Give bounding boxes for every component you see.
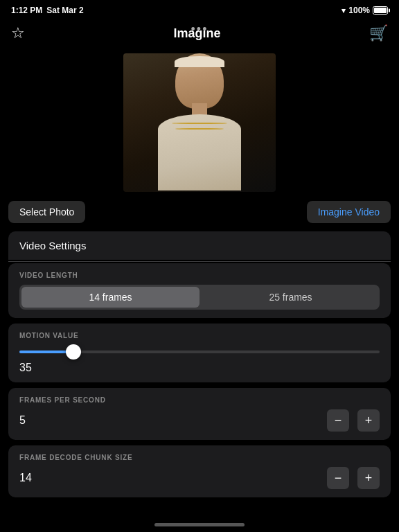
star-icon[interactable]: ☆ — [11, 26, 25, 41]
status-bar: 1:12 PM Sat Mar 2 ▾ 100% — [0, 0, 399, 19]
headband — [175, 56, 224, 67]
wifi-icon: ▾ — [342, 6, 346, 15]
fps-value: 5 — [19, 414, 26, 427]
fps-decrement-button[interactable]: − — [327, 409, 349, 432]
select-photo-button[interactable]: Select Photo — [8, 201, 85, 223]
nav-dots-icon[interactable]: ••• — [191, 22, 209, 37]
chunk-size-stepper-controls: − + — [327, 467, 380, 489]
battery-percent: 100% — [348, 6, 370, 15]
chunk-size-increment-button[interactable]: + — [357, 467, 380, 489]
video-length-label: VIDEO LENGTH — [19, 272, 380, 279]
chunk-size-decrement-button[interactable]: − — [327, 467, 349, 489]
cart-icon[interactable]: 🛒 — [369, 24, 388, 42]
action-row: Select Photo Imagine Video — [0, 201, 399, 223]
video-length-group: VIDEO LENGTH 14 frames 25 frames — [8, 263, 391, 318]
motion-value-group: MOTION VALUE 35 — [8, 323, 391, 382]
chunk-size-stepper-row: 14 − + — [19, 467, 380, 489]
fps-stepper-row: 5 − + — [19, 409, 380, 432]
battery-icon — [373, 6, 388, 15]
chunk-size-label: FRAME DECODE CHUNK SIZE — [19, 454, 380, 461]
motion-slider-container[interactable] — [19, 345, 380, 359]
necklace — [168, 123, 231, 143]
fps-stepper-controls: − + — [327, 409, 380, 432]
battery-fill — [374, 8, 387, 13]
imagine-video-button[interactable]: Imagine Video — [307, 201, 391, 223]
chunk-size-value: 14 — [19, 472, 32, 484]
segment-25-frames[interactable]: 25 frames — [202, 285, 380, 310]
slider-thumb[interactable] — [66, 344, 81, 360]
motion-value-display: 35 — [19, 362, 380, 374]
selected-photo — [123, 53, 276, 192]
separator-1 — [8, 261, 391, 262]
status-time: 1:12 PM — [11, 6, 42, 15]
fps-label: FRAMES PER SECOND — [19, 396, 380, 404]
fps-group: FRAMES PER SECOND 5 − + — [8, 388, 391, 440]
motion-value-label: MOTION VALUE — [19, 332, 380, 339]
fps-increment-button[interactable]: + — [357, 409, 380, 432]
status-left: 1:12 PM Sat Mar 2 — [11, 6, 84, 15]
home-indicator — [154, 523, 245, 526]
image-area — [0, 50, 399, 195]
status-right: ▾ 100% — [342, 6, 388, 15]
status-date: Sat Mar 2 — [46, 6, 83, 15]
chunk-size-group: FRAME DECODE CHUNK SIZE 14 − + — [8, 445, 391, 497]
video-length-control[interactable]: 14 frames 25 frames — [19, 285, 380, 310]
settings-header: Video Settings — [8, 231, 391, 260]
settings-section: Video Settings VIDEO LENGTH 14 frames 25… — [8, 231, 391, 497]
segment-14-frames[interactable]: 14 frames — [21, 287, 200, 308]
